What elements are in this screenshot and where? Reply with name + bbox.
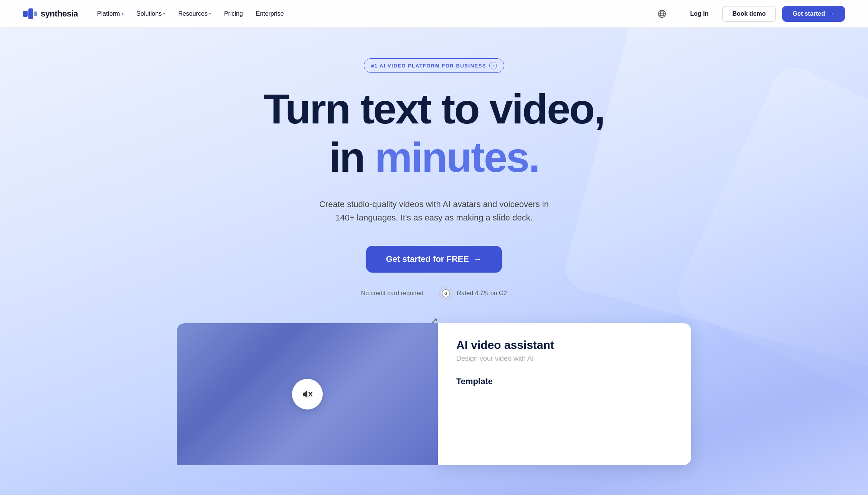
logo-icon (23, 8, 37, 19)
hero-title-line2: in minutes. (329, 135, 539, 179)
navbar: synthesia Platform ▾ Solutions ▾ Resourc… (0, 0, 868, 28)
ai-panel-title: AI video assistant (456, 339, 673, 352)
badge-info-icon: i (489, 62, 497, 69)
nav-item-platform[interactable]: Platform ▾ (92, 7, 129, 20)
nav-right: Log in Book demo Get started → (654, 6, 845, 22)
mute-button[interactable] (292, 379, 323, 409)
chevron-down-icon: ▾ (122, 12, 124, 16)
nav-item-pricing[interactable]: Pricing (219, 7, 248, 20)
badge-text: #1 AI VIDEO PLATFORM FOR BUSINESS (371, 63, 486, 69)
hero-section: #1 AI VIDEO PLATFORM FOR BUSINESS i Turn… (0, 28, 868, 495)
logo-text: synthesia (41, 9, 78, 19)
globe-button[interactable] (654, 6, 670, 21)
svg-rect-1 (28, 8, 33, 19)
logo[interactable]: synthesia (23, 8, 78, 19)
nav-item-resources[interactable]: Resources ▾ (173, 7, 216, 20)
no-credit-card-text: No credit card required (361, 290, 424, 297)
ai-panel-section: Template (456, 377, 673, 386)
nav-item-solutions[interactable]: Solutions ▾ (131, 7, 171, 20)
book-demo-button[interactable]: Book demo (722, 6, 776, 22)
hero-subtitle: Create studio-quality videos with AI ava… (319, 197, 549, 224)
chevron-down-icon: ▾ (163, 12, 165, 16)
nav-divider (676, 9, 676, 18)
hero-title-line1: Turn text to video, (264, 87, 604, 131)
in-text: in (329, 133, 375, 181)
nav-item-enterprise[interactable]: Enterprise (251, 7, 289, 20)
social-divider (431, 288, 431, 299)
ai-panel-subtitle: Design your video with AI (456, 355, 673, 363)
ai-panel: ↗ AI video assistant Design your video w… (438, 323, 691, 465)
cta-button[interactable]: Get started for FREE → (366, 246, 502, 273)
mute-icon (301, 388, 314, 400)
g2-badge: G Rated 4.7/5 on G2 (439, 286, 507, 300)
globe-icon (658, 10, 666, 18)
chevron-down-icon: ▾ (209, 12, 211, 16)
g2-icon: G (439, 286, 453, 300)
g2-rating-text: Rated 4.7/5 on G2 (457, 290, 507, 297)
minutes-text: minutes. (375, 133, 539, 181)
nav-left: synthesia Platform ▾ Solutions ▾ Resourc… (23, 7, 289, 20)
svg-rect-0 (23, 11, 28, 17)
preview-area: ↗ AI video assistant Design your video w… (177, 323, 691, 465)
svg-rect-2 (34, 12, 37, 16)
video-preview (177, 323, 438, 465)
badge: #1 AI VIDEO PLATFORM FOR BUSINESS i (364, 58, 504, 73)
svg-text:G: G (445, 291, 448, 296)
corner-arrow: ↗ (430, 316, 438, 326)
nav-links: Platform ▾ Solutions ▾ Resources ▾ Prici… (92, 7, 289, 20)
social-proof: No credit card required G Rated 4.7/5 on… (361, 286, 507, 300)
get-started-nav-button[interactable]: Get started → (782, 6, 845, 22)
login-button[interactable]: Log in (682, 7, 716, 20)
